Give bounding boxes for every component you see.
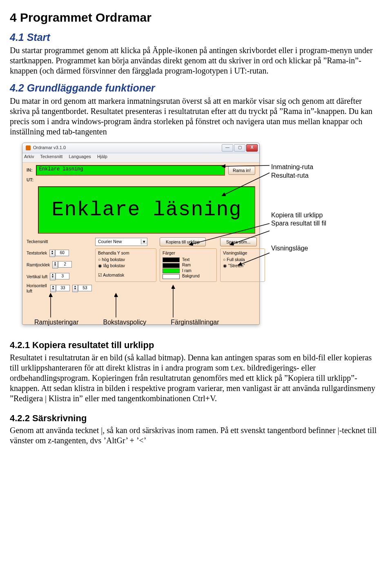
app-screenshot: Ordramar v3.1.0 — ▢ X Arkiv Teckensnitt … [10,143,381,331]
callout-farginstallningar: Färginställningar [171,318,219,326]
callout-ramjusteringar: Ramjusteringar [34,318,78,326]
bottom-callouts: Ramjusteringar Bokstavspolicy Färginstäl… [34,318,219,326]
heading-4-2-2: 4.2.2 Särskrivning [10,413,382,424]
svg-line-0 [222,165,270,166]
body-4-2-2: Genom att använda tecknet |, så kan ord … [10,425,382,446]
callout-arrows [10,143,381,331]
svg-line-4 [238,253,270,265]
body-4-2: Du matar in ord genom att markera inmatn… [10,96,382,137]
svg-line-2 [189,223,270,245]
heading-4-2: 4.2 Grundläggande funktioner [10,82,382,94]
body-4-2-1: Resultatet i resultatrutan är en bild (s… [10,353,382,404]
svg-line-3 [230,231,270,245]
heading-4-2-1: 4.2.1 Kopiera resultatet till urklipp [10,340,382,351]
heading-4: 4 Programmet Ordramar [10,10,382,25]
heading-4-1: 4.1 Start [10,31,382,44]
svg-line-1 [222,173,270,196]
callout-bokstavspolicy: Bokstavspolicy [103,318,146,326]
body-4-1: Du startar programmet genom att klicka p… [10,45,382,76]
